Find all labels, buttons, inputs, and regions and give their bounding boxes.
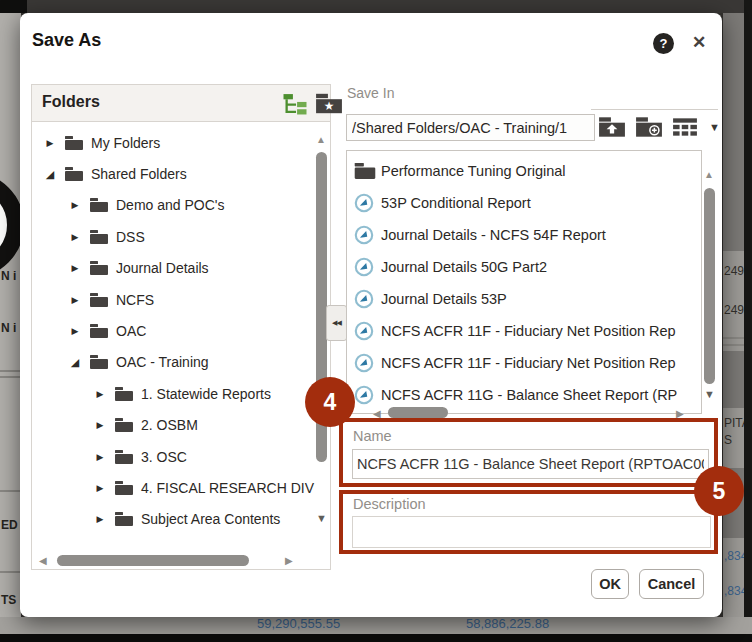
folder-tree-item[interactable]: ▶NCFS [32,284,330,315]
scroll-right-icon[interactable]: ▶ [285,555,293,566]
scroll-left-icon[interactable]: ◀ [39,555,47,566]
analysis-icon [354,385,376,405]
description-input[interactable] [352,516,711,548]
background-rule [0,490,21,492]
folder-icon [90,355,108,369]
folder-name: OAC - Training [116,354,209,370]
file-name: Performance Tuning Original [381,163,566,179]
background-footer-bar [0,634,752,642]
folder-icon [354,163,376,179]
background-top-strip [0,0,752,13]
folder-icon [90,261,108,275]
folder-tree-item[interactable]: ▶4. FISCAL RESEARCH DIV [32,472,330,503]
background-text: N i [1,269,16,283]
analysis-icon [354,289,376,309]
expand-node-icon[interactable]: ▶ [69,295,81,305]
file-name: Journal Details 50G Part2 [381,259,547,275]
folder-icon [115,450,133,464]
view-type-grid-icon[interactable] [672,116,700,138]
dialog-title: Save As [32,30,101,51]
folder-tree-item[interactable]: ▶Journal Details [32,253,330,284]
folder-tree-item[interactable]: ▶OAC [32,315,330,346]
cancel-button[interactable]: Cancel [639,569,704,599]
collapse-node-icon[interactable]: ◢ [44,168,56,181]
scroll-down-icon[interactable]: ▼ [704,388,715,400]
scroll-up-icon[interactable]: ▲ [316,134,326,145]
background-rule [0,370,21,372]
file-name: Journal Details - NCFS 54F Report [381,227,606,243]
file-list-item[interactable]: NCFS ACFR 11F - Fiduciary Net Position R… [354,347,684,379]
folder-tree-item[interactable]: ▶My Folders [32,127,330,158]
file-list-item[interactable]: NCFS ACFR 11F - Fiduciary Net Position R… [354,315,684,347]
vertical-scrollbar-thumb[interactable] [704,188,715,384]
expand-node-icon[interactable]: ▶ [94,420,106,430]
folder-icon [90,230,108,244]
background-text: TS [1,593,16,607]
background-corner [0,0,27,13]
name-section-highlight: Name [339,418,718,487]
folder-tree-item[interactable]: ▶1. Statewide Reports [32,378,330,409]
folder-tree-item[interactable]: ▶Demo and POC's [32,190,330,221]
expand-node-icon[interactable]: ▶ [94,483,106,493]
file-list-item[interactable]: 53P Conditional Report [354,187,684,219]
folder-tree: ▶My Folders◢Shared Folders▶Demo and POC'… [32,122,330,535]
expand-node-icon[interactable]: ▶ [94,389,106,399]
folder-name: Journal Details [116,260,209,276]
folder-tree-item[interactable]: ▶Subject Area Contents [32,504,330,535]
name-input[interactable] [352,449,709,479]
folder-tree-item[interactable]: ▶2. OSBM [32,410,330,441]
scroll-up-icon[interactable]: ▲ [704,169,714,180]
folder-icon [115,481,133,495]
ok-button[interactable]: OK [591,569,629,599]
expand-node-icon[interactable]: ▶ [94,514,106,524]
screen: LU N i N i ED TS 249 249 PITA S ,834 ,83… [0,0,752,642]
folder-tree-item[interactable]: ▶3. OSC [32,441,330,472]
file-list-item[interactable]: Performance Tuning Original [354,155,684,187]
background-left-table-edge: LU N i N i ED TS [0,13,21,617]
folder-icon [115,387,133,401]
horizontal-scrollbar-thumb[interactable] [57,555,249,566]
folder-tree-item[interactable]: ◢Shared Folders [32,158,330,189]
expand-node-icon[interactable]: ▶ [94,452,106,462]
view-type-dropdown-icon[interactable]: ▼ [709,121,720,133]
folder-icon [65,136,83,150]
file-list-item[interactable]: Journal Details 53P [354,283,684,315]
help-icon[interactable]: ? [653,33,674,54]
collapse-panel-button[interactable]: ◀◀ [326,305,347,341]
file-list: Performance Tuning Original53P Condition… [346,150,702,414]
favorites-folder-icon[interactable]: ★ [315,92,343,115]
folder-name: NCFS [116,292,154,308]
collapse-node-icon[interactable]: ◢ [69,356,81,369]
background-bottom-row: 59,290,555.55 58,886,225.88 [0,617,752,634]
folders-panel: Folders ★ [31,84,331,570]
file-list-item[interactable]: Journal Details 50G Part2 [354,251,684,283]
svg-text:★: ★ [324,100,335,114]
expand-node-icon[interactable]: ▶ [69,263,81,273]
scroll-down-icon[interactable]: ▼ [316,512,327,524]
horizontal-scrollbar-thumb[interactable] [388,407,448,418]
folder-up-icon[interactable] [598,116,626,138]
file-list-item[interactable]: Journal Details - NCFS 54F Report [354,219,684,251]
hierarchy-view-icon[interactable] [282,92,308,115]
analysis-icon [354,353,376,373]
new-folder-icon[interactable] [635,116,663,138]
background-rule [0,376,21,378]
expand-node-icon[interactable]: ▶ [44,138,56,148]
background-text: 249 [724,264,744,278]
description-section-highlight: Description [339,490,718,554]
close-icon[interactable]: ✕ [687,31,711,55]
folder-tree-item[interactable]: ▶DSS [32,221,330,252]
expand-node-icon[interactable]: ▶ [69,326,81,336]
analysis-icon [354,225,376,245]
folder-name: 1. Statewide Reports [141,386,271,402]
folders-title: Folders [42,93,100,111]
save-in-path-input[interactable] [346,114,595,141]
background-text: 249 [724,303,744,317]
folder-tree-item[interactable]: ◢OAC - Training [32,347,330,378]
expand-node-icon[interactable]: ▶ [69,232,81,242]
folder-name: Subject Area Contents [141,511,280,527]
folder-name: Shared Folders [91,166,187,182]
tree-horizontal-scrollbar: ◀ ▶ [32,552,330,570]
annotation-step-5: 5 [694,466,744,516]
expand-node-icon[interactable]: ▶ [69,200,81,210]
